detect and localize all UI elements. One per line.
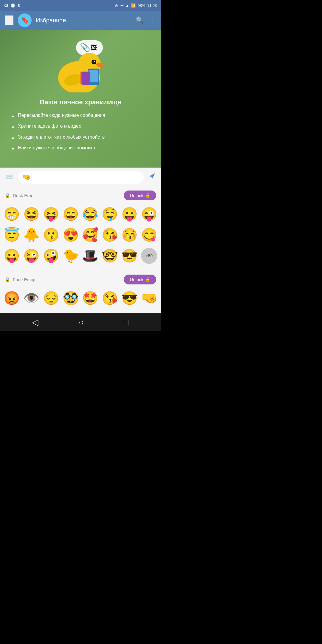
face-emoji-6[interactable]: 😘: [100, 288, 120, 308]
wifi-icon: ▲: [126, 3, 129, 8]
duck-emoji-18[interactable]: 😜: [22, 246, 41, 266]
status-bar: 🖼 🕐 K ⊖ 🗝 ▲ 📶 98% 11:03: [0, 0, 161, 11]
duck-emoji-21[interactable]: 🎩: [81, 246, 100, 266]
svg-rect-12: [82, 72, 90, 85]
photo-icon: 🖼: [4, 3, 8, 8]
face-unlock-button[interactable]: Unlock 🔒: [124, 275, 156, 284]
duck-emoji-5[interactable]: 😂: [81, 204, 100, 224]
time-display: 11:03: [147, 3, 157, 8]
duck-emoji-label: Duck Emoji: [13, 193, 35, 198]
duck-unlock-lock-icon: 🔒: [145, 193, 150, 198]
input-area: ⌨️ 🤜: [0, 168, 161, 187]
more-options-icon[interactable]: ⋮: [150, 16, 156, 24]
face-unlock-label: Unlock: [130, 277, 143, 282]
face-unlock-lock-icon: 🔒: [145, 277, 150, 282]
signal-icon: 📶: [131, 3, 136, 8]
duck-emoji-22[interactable]: 🤓: [100, 246, 120, 266]
battery-text: 98%: [137, 3, 145, 8]
face-emoji-5[interactable]: 🤩: [81, 288, 100, 308]
duck-emoji-4[interactable]: 😄: [61, 204, 80, 224]
duck-emoji-19[interactable]: 🤪: [42, 246, 61, 266]
duck-emoji-17[interactable]: 😛: [2, 246, 21, 266]
duck-emoji-11[interactable]: 😗: [42, 225, 61, 245]
clock-icon: 🕐: [10, 3, 15, 8]
keyboard-toggle-button[interactable]: ⌨️: [4, 172, 15, 183]
text-cursor: [32, 174, 32, 181]
face-emoji-label: Face Emoji: [13, 277, 35, 282]
face-emoji-3[interactable]: 😔: [42, 288, 61, 308]
duck-emoji-9[interactable]: 😇: [2, 225, 21, 245]
duck-emoji-13[interactable]: 🥰: [81, 225, 100, 245]
face-emoji-grid: 😡 👁️ 😔 🥸 🤩 😘 😎 🤜: [0, 287, 161, 309]
duck-emoji-16[interactable]: 😋: [140, 225, 159, 245]
duck-emoji-6[interactable]: 🤤: [100, 204, 120, 224]
top-bar-actions: 🔍 ⋮: [136, 16, 156, 24]
duck-emoji-section: 🔒 Duck Emoji Unlock 🔒 😁 😆 😝 😄 😂 🤤 😛 😜 😇 …: [0, 187, 161, 271]
search-icon[interactable]: 🔍: [136, 16, 144, 24]
nav-recents-button[interactable]: □: [122, 315, 131, 329]
duck-emoji-more[interactable]: +50: [140, 246, 159, 266]
do-not-disturb-icon: ⊖: [115, 3, 118, 8]
duck-emoji-10[interactable]: 🐥: [22, 225, 41, 245]
duck-emoji-12[interactable]: 😍: [61, 225, 80, 245]
face-lock-icon: 🔒: [5, 277, 10, 282]
storage-item-1: Пересылайте сюда нужные сообщения: [12, 112, 149, 119]
duck-emoji-1[interactable]: 😁: [2, 204, 21, 224]
svg-rect-10: [89, 70, 98, 82]
face-emoji-title-group: 🔒 Face Emoji: [5, 277, 35, 282]
status-right-icons: ⊖ 🗝 ▲ 📶 98% 11:03: [115, 3, 157, 8]
duck-emoji-2[interactable]: 😆: [22, 204, 41, 224]
face-emoji-8[interactable]: 🤜: [140, 288, 159, 308]
duck-emoji-8[interactable]: 😜: [140, 204, 159, 224]
bottom-nav-bar: ◁ ○ □: [0, 313, 161, 331]
face-emoji-header: 🔒 Face Emoji Unlock 🔒: [0, 271, 161, 287]
duck-emoji-3[interactable]: 😝: [42, 204, 61, 224]
duck-emoji-title-group: 🔒 Duck Emoji: [5, 193, 35, 198]
duck-unlock-button[interactable]: Unlock 🔒: [124, 191, 156, 200]
svg-point-5: [92, 60, 96, 64]
face-emoji-2[interactable]: 👁️: [22, 288, 41, 308]
duck-emoji-grid: 😁 😆 😝 😄 😂 🤤 😛 😜 😇 🐥 😗 😍 🥰 😘 😚 😋 😛 😜 🤪 🐤 …: [0, 203, 161, 267]
storage-item-2: Храните здесь фото и видео: [12, 123, 149, 129]
duck-emoji-23[interactable]: 😎: [120, 246, 139, 266]
duck-emoji-15[interactable]: 😚: [120, 225, 139, 245]
duck-emoji-20[interactable]: 🐤: [61, 246, 80, 266]
duck-emoji-header: 🔒 Duck Emoji Unlock 🔒: [0, 187, 161, 203]
storage-item-4: Найти нужное сообщение поможет: [12, 145, 149, 151]
svg-text:📎: 📎: [80, 42, 90, 52]
storage-title: Ваше личное хранилище: [40, 98, 121, 106]
back-button[interactable]: ←: [5, 15, 14, 26]
duck-emoji-14[interactable]: 😘: [100, 225, 120, 245]
duck-illustration: 📎 🖼: [51, 39, 110, 92]
face-emoji-7[interactable]: 😎: [120, 288, 139, 308]
face-emoji-1[interactable]: 😡: [2, 288, 21, 308]
storage-list: Пересылайте сюда нужные сообщения Хранит…: [12, 112, 149, 156]
duck-emoji-more-badge: +50: [141, 248, 157, 264]
app-icon: K: [18, 3, 20, 8]
top-bar: ← 🔖 Избранное 🔍 ⋮: [0, 11, 161, 30]
nav-home-button[interactable]: ○: [76, 315, 86, 329]
status-left-icons: 🖼 🕐 K: [4, 3, 20, 8]
chat-area: 📎 🖼 Ваше личное хранилище Пересылайте сю…: [0, 30, 161, 168]
nav-back-button[interactable]: ◁: [30, 315, 41, 329]
face-emoji-4[interactable]: 🥸: [61, 288, 80, 308]
duck-lock-icon: 🔒: [5, 193, 10, 198]
send-button[interactable]: [147, 171, 157, 184]
face-emoji-section: 🔒 Face Emoji Unlock 🔒 😡 👁️ 😔 🥸 🤩 😘 😎 🤜: [0, 271, 161, 313]
key-icon: 🗝: [120, 3, 124, 8]
duck-emoji-7[interactable]: 😛: [120, 204, 139, 224]
emoji-sticker-icon: 🤜: [22, 174, 30, 181]
svg-text:🖼: 🖼: [91, 44, 97, 52]
chat-title: Избранное: [36, 17, 131, 24]
svg-point-6: [94, 61, 95, 62]
storage-item-3: Заходите в этот чат с любых устройств: [12, 134, 149, 140]
avatar: 🔖: [18, 13, 32, 27]
duck-unlock-label: Unlock: [130, 193, 143, 198]
